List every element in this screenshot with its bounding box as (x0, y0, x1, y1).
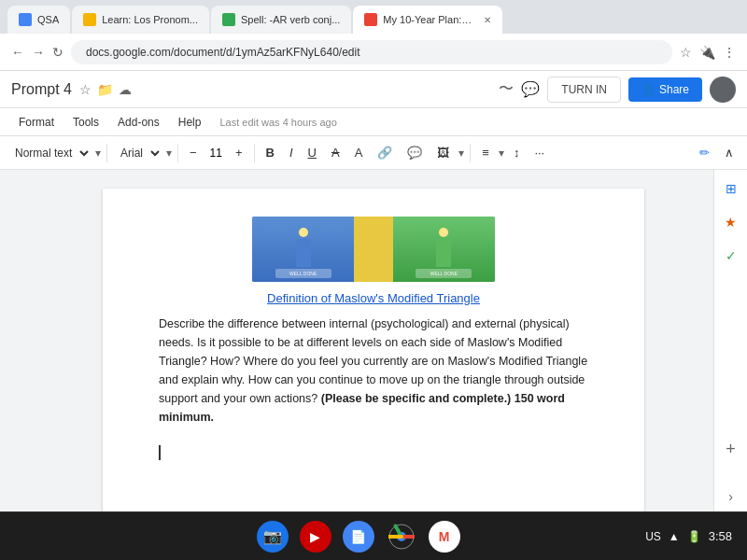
forward-icon[interactable]: → (32, 45, 45, 60)
sidebar-add-icon[interactable]: + (726, 440, 736, 459)
docs-icon: 📄 (350, 529, 366, 544)
gdocs-toolbar: Normal text ▾ Arial ▾ − 11 + B I U A A 🔗… (0, 136, 747, 170)
sidebar-expand-icon[interactable]: › (728, 489, 733, 504)
sidebar-check-icon[interactable]: ✓ (720, 245, 742, 267)
comment-button[interactable]: 💬 (402, 143, 428, 162)
tab-qsa-label: QSA (37, 14, 59, 25)
cloud-saved-icon[interactable]: ☁ (119, 82, 132, 97)
youtube-icon: ▶ (310, 529, 320, 544)
gdocs-menubar: Format Tools Add-ons Help Last edit was … (0, 108, 747, 136)
meet-icon: 📷 (263, 527, 282, 545)
chrome-tabs-bar: QSA Learn: Los Pronom... Spell: -AR verb… (0, 0, 747, 34)
doc-header-icons: ☆ 📁 ☁ (79, 82, 132, 97)
address-icons: ☆ 🔌 ⋮ (680, 45, 736, 60)
reload-icon[interactable]: ↻ (52, 45, 63, 60)
font-chevron: ▾ (166, 147, 172, 160)
doc-body-paragraph: Describe the difference between internal… (159, 315, 588, 427)
extension-icon[interactable]: 🔌 (699, 45, 715, 60)
last-edit-status: Last edit was 4 hours ago (219, 117, 336, 128)
menu-icon[interactable]: ⋮ (723, 45, 736, 60)
link-button[interactable]: 🔗 (372, 143, 398, 162)
move-to-icon[interactable]: 📁 (97, 82, 113, 97)
doc-image: WELL DONE WELL DONE (252, 217, 495, 282)
chrome-address-bar: ← → ↻ ☆ 🔌 ⋮ (0, 34, 747, 71)
tab-spell-favicon (222, 13, 235, 26)
font-select[interactable]: Arial (113, 144, 162, 162)
text-cursor (159, 445, 588, 460)
taskbar-app-youtube[interactable]: ▶ (300, 521, 331, 553)
menu-addons[interactable]: Add-ons (110, 113, 167, 132)
tab-plan[interactable]: My 10-Year Plan: th... ✕ (353, 6, 502, 34)
header-right: 〜 💬 TURN IN 👤 Share (499, 77, 736, 103)
toolbar-divider-3 (254, 144, 255, 162)
gdocs-main: WELL DONE WELL DONE (0, 170, 747, 511)
tab-plan-label: My 10-Year Plan: th... (383, 14, 474, 25)
tab-learn[interactable]: Learn: Los Pronom... (72, 6, 209, 34)
toolbar-right: ✏ ∧ (694, 143, 740, 162)
share-person-icon: 👤 (641, 83, 655, 96)
toolbar-divider-4 (470, 144, 471, 162)
menu-format[interactable]: Format (11, 113, 62, 132)
doc-title: Prompt 4 (11, 81, 72, 98)
strikethrough-button[interactable]: A (326, 143, 345, 162)
line-spacing-button[interactable]: ↕ (508, 143, 526, 162)
collapse-button[interactable]: ∧ (719, 143, 740, 162)
avatar[interactable] (710, 77, 736, 103)
menu-help[interactable]: Help (171, 113, 209, 132)
edit-mode-button[interactable]: ✏ (694, 143, 715, 162)
taskbar-apps: 📷 ▶ 📄 M (71, 521, 645, 553)
text-style-chevron: ▾ (95, 147, 101, 160)
gdocs-wrapper: WELL DONE WELL DONE (0, 170, 747, 511)
sidebar-star-icon[interactable]: ★ (720, 211, 742, 233)
taskbar-app-meet[interactable]: 📷 (257, 521, 289, 553)
tab-learn-label: Learn: Los Pronom... (102, 14, 198, 25)
star-icon[interactable]: ☆ (79, 82, 92, 97)
image-button[interactable]: 🖼 (431, 143, 455, 162)
gdocs-body[interactable]: WELL DONE WELL DONE (0, 170, 747, 511)
back-icon[interactable]: ← (11, 45, 24, 60)
address-input[interactable] (71, 40, 672, 64)
taskbar: 📷 ▶ 📄 M US ▲ 🔋 3:58 (0, 511, 747, 560)
status-us-text: US (645, 530, 661, 543)
underline-button[interactable]: U (303, 143, 322, 162)
more-options-button[interactable]: ··· (529, 143, 550, 162)
gdocs-right-sidebar: ⊞ ★ ✓ + › (713, 170, 747, 511)
taskbar-app-gmail[interactable]: M (429, 521, 460, 553)
menu-tools[interactable]: Tools (65, 113, 106, 132)
tab-qsa[interactable]: QSA (7, 6, 70, 34)
italic-button[interactable]: I (284, 143, 299, 162)
star-bookmark-icon[interactable]: ☆ (680, 45, 692, 60)
sidebar-grid-icon[interactable]: ⊞ (720, 177, 742, 200)
tab-plan-favicon (364, 13, 377, 26)
chart-icon[interactable]: 〜 (499, 79, 514, 99)
wifi-icon: ▲ (669, 530, 680, 543)
taskbar-app-docs[interactable]: 📄 (343, 521, 374, 553)
tab-spell[interactable]: Spell: -AR verb conj... (211, 6, 351, 34)
align-chevron: ▾ (499, 147, 504, 160)
tab-plan-close-icon[interactable]: ✕ (484, 15, 491, 25)
gmail-icon: M (439, 529, 450, 544)
font-size-decrease[interactable]: − (184, 143, 203, 162)
toolbar-divider-1 (106, 144, 107, 162)
share-button[interactable]: 👤 Share (628, 77, 702, 102)
maslow-link[interactable]: Definition of Maslow's Modified Triangle (159, 291, 588, 305)
comments-icon[interactable]: 💬 (521, 80, 540, 98)
taskbar-app-chrome[interactable] (386, 521, 417, 553)
bold-button[interactable]: B (261, 143, 280, 162)
align-button[interactable]: ≡ (476, 143, 495, 162)
taskbar-time: 3:58 (709, 529, 732, 543)
turn-in-button[interactable]: TURN IN (547, 77, 621, 103)
text-style-select[interactable]: Normal text (7, 144, 92, 162)
doc-page: WELL DONE WELL DONE (103, 189, 644, 511)
font-size-increase[interactable]: + (230, 143, 248, 162)
toolbar-divider-2 (177, 144, 178, 162)
tab-spell-label: Spell: -AR verb conj... (241, 14, 340, 25)
taskbar-status: US ▲ 🔋 3:58 (645, 529, 732, 543)
screen: QSA Learn: Los Pronom... Spell: -AR verb… (0, 0, 747, 511)
font-size-value[interactable]: 11 (206, 147, 226, 160)
gdocs-container: Prompt 4 ☆ 📁 ☁ 〜 💬 TURN IN 👤 Share Forma… (0, 71, 747, 511)
image-chevron: ▾ (458, 147, 464, 160)
gdocs-header: Prompt 4 ☆ 📁 ☁ 〜 💬 TURN IN 👤 Share (0, 71, 747, 108)
tab-qsa-favicon (19, 13, 32, 26)
text-color-button[interactable]: A (349, 143, 369, 162)
